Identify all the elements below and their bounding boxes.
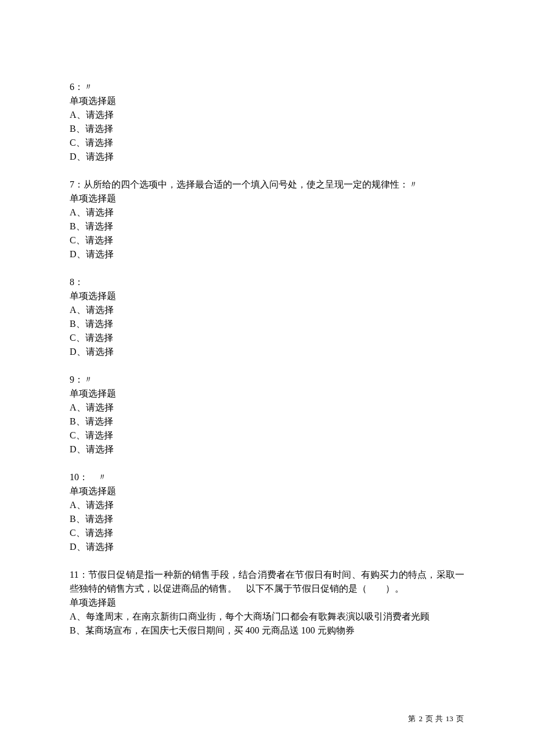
page-content: 6：〃 单项选择题 A、请选择 B、请选择 C、请选择 D、请选择 7：从所给的…	[70, 80, 464, 638]
option-d: D、请选择	[70, 540, 464, 554]
page-footer: 第 2 页 共 13 页	[407, 714, 464, 724]
document-page: 6：〃 单项选择题 A、请选择 B、请选择 C、请选择 D、请选择 7：从所给的…	[0, 0, 534, 756]
question-number: 10：	[70, 472, 88, 482]
question-type: 单项选择题	[70, 94, 464, 108]
question-text: 〃	[84, 375, 93, 384]
option-c: C、请选择	[70, 526, 464, 540]
question-text: 从所给的四个选项中，选择最合适的一个填入问号处，使之呈现一定的规律性：〃	[84, 179, 418, 189]
question-9: 9：〃 单项选择题 A、请选择 B、请选择 C、请选择 D、请选择	[70, 373, 464, 456]
option-b: B、某商场宣布，在国庆七天假日期间，买 400 元商品送 100 元购物券	[70, 624, 464, 638]
question-type: 单项选择题	[70, 192, 464, 206]
question-number: 8：	[70, 277, 84, 287]
option-a: A、请选择	[70, 498, 464, 512]
question-7: 7：从所给的四个选项中，选择最合适的一个填入问号处，使之呈现一定的规律性：〃 单…	[70, 178, 464, 261]
footer-current-page: 2	[419, 714, 423, 723]
option-a: A、请选择	[70, 206, 464, 219]
option-a: A、请选择	[70, 401, 464, 415]
option-b: B、请选择	[70, 122, 464, 136]
question-number: 11：	[70, 570, 88, 579]
option-d: D、请选择	[70, 150, 464, 164]
question-stem: 8：	[70, 275, 464, 289]
option-c: C、请选择	[70, 136, 464, 150]
footer-suffix: 页	[456, 714, 464, 723]
option-c: C、请选择	[70, 233, 464, 247]
question-stem: 6：〃	[70, 80, 464, 94]
question-type: 单项选择题	[70, 387, 464, 401]
question-text: 节假日促销是指一种新的销售手段，结合消费者在节假日有时间、有购买力的特点，采取一…	[70, 570, 464, 593]
option-d: D、请选择	[70, 345, 464, 359]
option-d: D、请选择	[70, 247, 464, 261]
question-text: 〃	[84, 82, 93, 92]
question-8: 8： 单项选择题 A、请选择 B、请选择 C、请选择 D、请选择	[70, 275, 464, 359]
footer-prefix: 第	[408, 714, 416, 723]
footer-total-pages: 13	[446, 714, 453, 723]
option-c: C、请选择	[70, 429, 464, 442]
question-number: 9：	[70, 375, 84, 384]
question-text: 〃	[88, 472, 107, 482]
option-b: B、请选择	[70, 415, 464, 429]
option-b: B、请选择	[70, 512, 464, 526]
question-6: 6：〃 单项选择题 A、请选择 B、请选择 C、请选择 D、请选择	[70, 80, 464, 164]
question-stem: 11：节假日促销是指一种新的销售手段，结合消费者在节假日有时间、有购买力的特点，…	[70, 568, 464, 596]
question-stem: 7：从所给的四个选项中，选择最合适的一个填入问号处，使之呈现一定的规律性：〃	[70, 178, 464, 192]
question-stem: 9：〃	[70, 373, 464, 387]
question-number: 6：	[70, 82, 84, 92]
option-a: A、请选择	[70, 303, 464, 317]
question-11: 11：节假日促销是指一种新的销售手段，结合消费者在节假日有时间、有购买力的特点，…	[70, 568, 464, 638]
option-a: A、每逢周末，在南京新街口商业街，每个大商场门口都会有歌舞表演以吸引消费者光顾	[70, 610, 464, 624]
option-b: B、请选择	[70, 317, 464, 331]
option-a: A、请选择	[70, 108, 464, 122]
option-d: D、请选择	[70, 442, 464, 456]
question-type: 单项选择题	[70, 484, 464, 498]
footer-mid: 页 共	[425, 714, 442, 723]
question-stem: 10： 〃	[70, 470, 464, 484]
question-type: 单项选择题	[70, 289, 464, 303]
option-b: B、请选择	[70, 219, 464, 233]
option-c: C、请选择	[70, 331, 464, 345]
question-number: 7：	[70, 179, 84, 189]
question-type: 单项选择题	[70, 596, 464, 610]
question-10: 10： 〃 单项选择题 A、请选择 B、请选择 C、请选择 D、请选择	[70, 470, 464, 554]
